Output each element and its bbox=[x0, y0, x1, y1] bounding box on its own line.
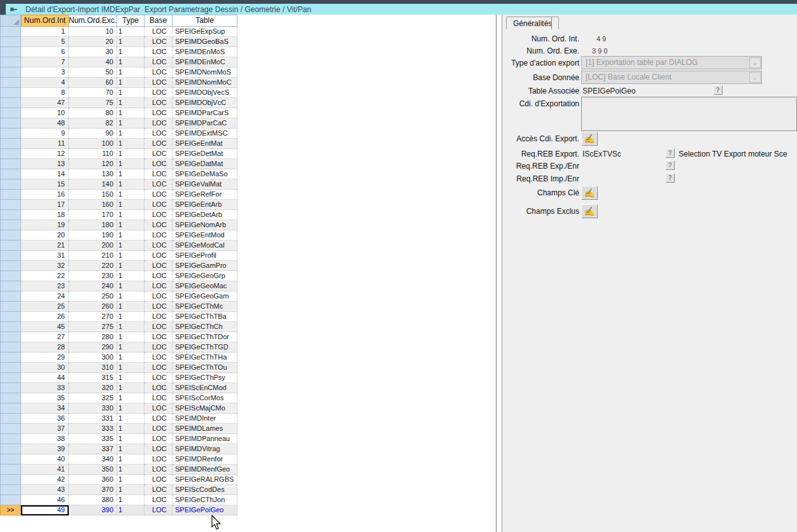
table-cell[interactable]: 180 bbox=[69, 220, 117, 230]
table-cell[interactable]: SPEIGeNomArb bbox=[173, 220, 237, 230]
table-cell[interactable]: LOC bbox=[145, 169, 173, 179]
row-marker[interactable] bbox=[0, 281, 21, 291]
table-cell[interactable]: SPEIGeEntMat bbox=[173, 139, 237, 149]
table-cell[interactable]: 82 bbox=[69, 118, 117, 129]
table-cell[interactable]: SPEIMDParCarS bbox=[173, 108, 237, 118]
table-cell[interactable]: LOC bbox=[145, 444, 173, 454]
table-cell[interactable]: LOC bbox=[145, 495, 173, 505]
column-header[interactable]: Num.Ord.Exc. bbox=[69, 15, 117, 27]
table-cell[interactable]: 27 bbox=[21, 332, 69, 342]
table-cell[interactable]: 331 bbox=[69, 414, 117, 424]
table-cell[interactable]: 19 bbox=[21, 220, 69, 230]
table-cell[interactable]: 31 bbox=[21, 251, 69, 261]
row-marker[interactable] bbox=[0, 47, 21, 57]
row-marker[interactable] bbox=[0, 373, 21, 383]
table-cell[interactable]: SPEIMDEnMoC bbox=[173, 57, 237, 67]
row-marker[interactable] bbox=[0, 98, 21, 108]
row-marker[interactable] bbox=[0, 261, 21, 271]
table-cell[interactable]: 80 bbox=[69, 108, 117, 118]
table-cell[interactable]: 1 bbox=[117, 302, 145, 312]
table-cell[interactable]: 1 bbox=[117, 67, 145, 78]
table-cell[interactable]: 36 bbox=[21, 414, 69, 424]
table-cell[interactable]: 15 bbox=[21, 179, 69, 190]
table-cell[interactable]: SPEIGeCThPsy bbox=[173, 373, 237, 383]
table-cell[interactable]: 1 bbox=[117, 424, 145, 434]
table-cell[interactable]: 45 bbox=[21, 322, 69, 332]
table-cell[interactable]: 1 bbox=[117, 261, 145, 271]
row-marker[interactable]: >> bbox=[0, 505, 21, 515]
row-marker[interactable] bbox=[0, 118, 21, 129]
row-marker[interactable] bbox=[0, 190, 21, 200]
table-cell[interactable]: 1 bbox=[117, 57, 145, 67]
row-marker[interactable] bbox=[0, 88, 21, 98]
table-cell[interactable]: SPEIMDNomMoS bbox=[173, 67, 237, 78]
table-cell[interactable]: 337 bbox=[69, 444, 117, 454]
row-marker[interactable] bbox=[0, 78, 21, 88]
row-marker[interactable] bbox=[0, 139, 21, 149]
table-cell[interactable]: LOC bbox=[145, 271, 173, 281]
table-cell[interactable]: SPEIGeValMat bbox=[173, 179, 237, 190]
table-cell[interactable]: LOC bbox=[145, 353, 173, 363]
table-cell[interactable]: 1 bbox=[117, 281, 145, 291]
back-arrow-icon[interactable]: ⇤ bbox=[10, 4, 17, 14]
table-cell[interactable]: 50 bbox=[69, 67, 117, 78]
table-cell[interactable]: 1 bbox=[117, 200, 145, 210]
acces-cdi-export-button[interactable]: ✍ bbox=[581, 132, 598, 146]
table-cell[interactable]: 1 bbox=[117, 444, 145, 454]
table-cell[interactable]: LOC bbox=[145, 149, 173, 159]
table-cell[interactable]: LOC bbox=[145, 210, 173, 220]
row-marker[interactable] bbox=[0, 465, 21, 475]
champs-cle-button[interactable]: ✍ bbox=[581, 186, 598, 200]
table-cell[interactable]: 16 bbox=[21, 190, 69, 200]
table-cell[interactable]: LOC bbox=[145, 322, 173, 332]
table-cell[interactable]: 1 bbox=[117, 210, 145, 220]
table-cell[interactable]: 1 bbox=[117, 241, 145, 251]
table-cell[interactable]: SPEIGeRALRGBS bbox=[173, 475, 237, 485]
table-cell[interactable]: SPEIGeCThTOu bbox=[173, 363, 237, 373]
table-cell[interactable]: 1 bbox=[117, 251, 145, 261]
table-cell[interactable]: LOC bbox=[145, 108, 173, 118]
row-marker[interactable] bbox=[0, 342, 21, 353]
table-cell[interactable]: 1 bbox=[117, 129, 145, 139]
table-cell[interactable]: LOC bbox=[145, 261, 173, 271]
table-cell[interactable]: SPEIMDRenfGeo bbox=[173, 465, 237, 475]
table-cell[interactable]: LOC bbox=[145, 230, 173, 241]
table-cell[interactable]: LOC bbox=[145, 281, 173, 291]
table-cell[interactable]: 26 bbox=[21, 312, 69, 322]
table-cell[interactable]: 4 bbox=[21, 78, 69, 88]
row-marker[interactable] bbox=[0, 159, 21, 169]
table-cell[interactable]: LOC bbox=[145, 88, 173, 98]
table-cell[interactable]: SPEIGeCThTHa bbox=[173, 353, 237, 363]
table-cell[interactable]: 260 bbox=[69, 302, 117, 312]
table-cell[interactable]: LOC bbox=[145, 434, 173, 444]
table-cell[interactable]: SPEIGeDeMaSo bbox=[173, 169, 237, 179]
table-cell[interactable]: SPEIMDGeoBaS bbox=[173, 37, 237, 47]
table-cell[interactable]: LOC bbox=[145, 505, 173, 515]
row-marker[interactable] bbox=[0, 383, 21, 393]
table-cell[interactable]: 220 bbox=[69, 261, 117, 271]
table-cell[interactable]: 390 bbox=[69, 505, 117, 515]
table-cell[interactable]: 340 bbox=[69, 454, 117, 465]
row-marker[interactable] bbox=[0, 108, 21, 118]
row-marker[interactable] bbox=[0, 414, 21, 424]
table-cell[interactable]: LOC bbox=[145, 241, 173, 251]
table-cell[interactable]: LOC bbox=[145, 475, 173, 485]
base-donnee-select[interactable]: [LOC] Base Locale Client ⌄ bbox=[581, 71, 762, 84]
table-cell[interactable]: SPEIGeGeoMac bbox=[173, 281, 237, 291]
row-marker[interactable] bbox=[0, 434, 21, 444]
table-cell[interactable]: 1 bbox=[117, 149, 145, 159]
table-cell[interactable]: 24 bbox=[21, 291, 69, 302]
table-cell[interactable]: 280 bbox=[69, 332, 117, 342]
table-cell[interactable]: 75 bbox=[69, 98, 117, 108]
row-marker[interactable] bbox=[0, 312, 21, 322]
table-cell[interactable]: 1 bbox=[117, 98, 145, 108]
table-cell[interactable]: 40 bbox=[21, 454, 69, 465]
chevron-down-icon[interactable]: ⌄ bbox=[749, 72, 761, 83]
table-cell[interactable]: 38 bbox=[21, 434, 69, 444]
row-marker[interactable] bbox=[0, 291, 21, 302]
table-cell[interactable]: SPEIMDObjVcC bbox=[173, 98, 237, 108]
table-cell[interactable]: LOC bbox=[145, 139, 173, 149]
table-cell[interactable]: LOC bbox=[145, 363, 173, 373]
row-marker[interactable] bbox=[0, 57, 21, 67]
table-cell[interactable]: 140 bbox=[69, 179, 117, 190]
